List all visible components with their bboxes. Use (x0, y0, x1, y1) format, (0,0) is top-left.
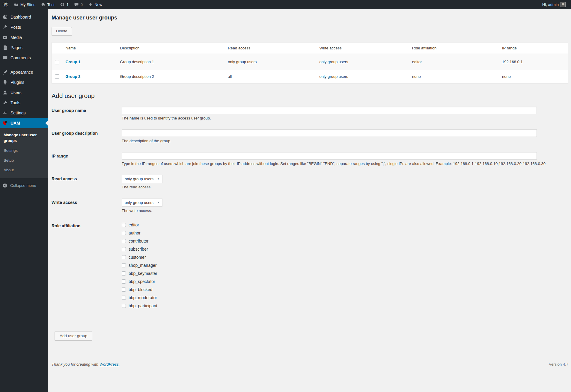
wrench-icon (2, 100, 8, 105)
header-checkbox-cell (52, 42, 63, 54)
role-option-shop-manager[interactable]: shop_manager (122, 263, 568, 268)
user-group-name-input[interactable] (122, 107, 537, 114)
sidebar-item-settings[interactable]: Settings (0, 108, 48, 118)
footer: Thank you for creating with WordPress. V… (52, 362, 568, 367)
write-access-select[interactable]: only group users ▼ (122, 199, 162, 207)
role-option-contributor[interactable]: contributor (122, 239, 568, 243)
uam-icon (2, 120, 8, 126)
wordpress-link[interactable]: WordPress (100, 362, 119, 367)
site-menu[interactable]: Test (38, 0, 57, 9)
site-name-label: Test (47, 2, 55, 7)
wp-logo-menu[interactable]: W (0, 0, 11, 9)
read-access-label: Read access (52, 175, 122, 181)
user-group-description-input[interactable] (122, 129, 537, 137)
sidebar-item-media[interactable]: Media (0, 32, 48, 43)
role-option-editor[interactable]: editor (122, 223, 568, 227)
role-option-label: shop_manager (129, 263, 156, 268)
description-hint: The description of the group. (122, 138, 562, 144)
new-menu[interactable]: New (85, 0, 105, 9)
collapse-menu-label: Collapse menu (10, 183, 36, 188)
read-access-select[interactable]: only group users ▼ (122, 175, 162, 183)
group-read-access-cell: all (225, 70, 316, 83)
sidebar-item-comments[interactable]: Comments (0, 53, 48, 63)
role-option-label: bbp_moderator (129, 295, 157, 300)
role-option-bbp-keymaster[interactable]: bbp_keymaster (122, 271, 568, 276)
group-ip-cell: 192.168.0.1 (499, 54, 568, 70)
account-menu[interactable]: Hi, admin (540, 0, 568, 9)
sidebar-item-pages[interactable]: Pages (0, 43, 48, 53)
sidebar-item-dashboard[interactable]: Dashboard (0, 12, 48, 22)
read-access-hint: The read access. (122, 184, 562, 190)
role-checkbox[interactable] (122, 279, 126, 284)
row-checkbox[interactable] (55, 60, 59, 64)
dashboard-icon (2, 14, 8, 20)
role-option-bbp-blocked[interactable]: bbp_blocked (122, 287, 568, 292)
sidebar-item-uam[interactable]: UAM (0, 118, 48, 128)
sidebar-item-label: UAM (10, 121, 20, 125)
sidebar-item-appearance[interactable]: Appearance (0, 67, 48, 77)
ip-range-input[interactable] (122, 152, 537, 160)
footer-thanks-suffix: . (119, 362, 120, 367)
role-option-bbp-spectator[interactable]: bbp_spectator (122, 279, 568, 284)
sidebar-item-label: Dashboard (10, 15, 31, 19)
appearance-brush-icon (2, 69, 8, 75)
column-header-write-access: Write access (316, 42, 409, 54)
role-option-label: bbp_blocked (129, 287, 152, 292)
submenu-item-about[interactable]: About (0, 165, 48, 175)
sidebar-item-users[interactable]: Users (0, 87, 48, 98)
sidebar-item-plugins[interactable]: Plugins (0, 77, 48, 87)
role-checkbox[interactable] (122, 287, 126, 292)
role-option-subscriber[interactable]: subscriber (122, 247, 568, 252)
form-row-role-affiliation: Role affiliation editor author contribut… (52, 219, 568, 317)
row-checkbox[interactable] (55, 74, 59, 79)
role-checkbox[interactable] (122, 231, 126, 235)
role-option-label: subscriber (129, 247, 148, 252)
role-checkbox[interactable] (122, 255, 126, 259)
sidebar-item-tools[interactable]: Tools (0, 98, 48, 108)
table-row: Group 2 Group description 2 all only gro… (52, 70, 568, 83)
main-content: Manage user user groups Delete Name Desc… (48, 0, 571, 379)
role-checkbox[interactable] (122, 223, 126, 227)
role-option-bbp-moderator[interactable]: bbp_moderator (122, 295, 568, 300)
delete-button[interactable]: Delete (52, 27, 72, 36)
new-label: New (94, 2, 102, 7)
role-option-customer[interactable]: customer (122, 255, 568, 260)
group-name-link[interactable]: Group 2 (65, 74, 80, 79)
collapse-menu-button[interactable]: Collapse menu (0, 180, 48, 191)
sidebar-item-label: Plugins (10, 80, 24, 85)
role-checkbox[interactable] (122, 247, 126, 251)
role-option-label: editor (129, 223, 139, 227)
my-sites-menu[interactable]: My Sites (11, 0, 38, 9)
plus-icon (88, 2, 93, 7)
sidebar-item-label: Pages (10, 45, 22, 50)
role-checkbox[interactable] (122, 239, 126, 243)
add-user-group-button[interactable]: Add user group (55, 331, 92, 341)
comments-icon (2, 55, 8, 60)
role-option-label: bbp_spectator (129, 279, 155, 284)
media-icon (2, 35, 8, 40)
submenu-item-manage-groups[interactable]: Manage user user groups (0, 130, 48, 146)
submenu-item-settings[interactable]: Settings (0, 146, 48, 156)
write-access-hint: The write access. (122, 208, 562, 214)
sidebar-item-posts[interactable]: Posts (0, 22, 48, 32)
role-checkbox[interactable] (122, 271, 126, 276)
group-role-cell: editor (409, 54, 499, 70)
role-checkbox[interactable] (122, 304, 126, 308)
name-label: User group name (52, 107, 122, 113)
comments-menu[interactable]: 0 (71, 0, 85, 9)
ip-range-label: IP range (52, 152, 122, 158)
role-option-bbp-participant[interactable]: bbp_participant (122, 303, 568, 308)
sidebar-item-label: Tools (10, 100, 20, 105)
role-checkbox[interactable] (122, 263, 126, 267)
updates-menu[interactable]: 1 (57, 0, 71, 9)
select-caret-icon: ▼ (157, 201, 159, 204)
group-ip-cell: none (499, 70, 568, 83)
role-option-label: bbp_participant (129, 303, 157, 308)
submenu-item-setup[interactable]: Setup (0, 156, 48, 166)
role-option-author[interactable]: author (122, 231, 568, 235)
read-access-selected-value: only group users (125, 177, 153, 181)
admin-bar: W My Sites Test 1 0 (0, 0, 571, 9)
group-name-link[interactable]: Group 1 (65, 60, 80, 64)
form-row-read-access: Read access only group users ▼ The read … (52, 172, 568, 195)
role-checkbox[interactable] (122, 296, 126, 300)
